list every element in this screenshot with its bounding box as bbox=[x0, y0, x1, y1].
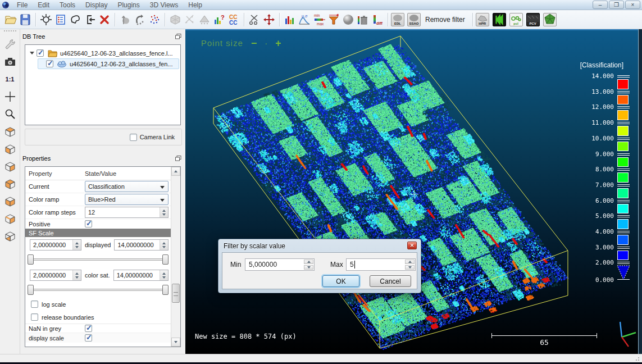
sf-displayed-max-spinbox[interactable]: 14,00000000 bbox=[114, 239, 169, 251]
menu-tools[interactable]: Tools bbox=[54, 1, 80, 10]
pcl-button[interactable]: pcl bbox=[509, 12, 523, 27]
view-top-icon[interactable] bbox=[2, 141, 18, 157]
toolbar-grip[interactable] bbox=[4, 30, 16, 33]
hpr-button[interactable]: HPR bbox=[476, 12, 489, 27]
display-scale-checkbox[interactable] bbox=[85, 334, 92, 342]
sf-displayed-min-spinbox[interactable]: 2,00000000 bbox=[30, 239, 81, 251]
menu-file[interactable]: File bbox=[12, 1, 33, 10]
tree-item-checkbox[interactable] bbox=[37, 49, 44, 57]
zoom-icon[interactable] bbox=[2, 106, 18, 122]
sphere-icon[interactable] bbox=[341, 12, 356, 27]
menu-edit[interactable]: Edit bbox=[33, 1, 54, 10]
tree-item-cloud[interactable]: u4625640_12-06-23_allclasses_fen... bbox=[38, 58, 179, 69]
edl-button[interactable]: EDL bbox=[391, 12, 404, 27]
sf-diff-icon[interactable]: diff bbox=[370, 12, 385, 27]
tree-item-label[interactable]: u4625640_12-06-23_allclasses_fence.l... bbox=[60, 50, 173, 57]
cancel-button[interactable]: Cancel bbox=[370, 275, 411, 287]
scroll-up-button[interactable] bbox=[171, 167, 180, 176]
ssao-button[interactable]: SSAO bbox=[407, 12, 421, 27]
point-size-decrease-button[interactable]: − bbox=[251, 39, 257, 47]
resize-grip[interactable] bbox=[635, 356, 641, 361]
pcv-button[interactable]: PCV bbox=[526, 12, 540, 27]
tree-item-checkbox[interactable] bbox=[46, 60, 53, 67]
sf-saturation-slider[interactable] bbox=[31, 284, 165, 295]
sample-points-icon[interactable] bbox=[183, 12, 197, 27]
translate-rotate-icon[interactable] bbox=[262, 12, 276, 27]
scroll-down-button[interactable] bbox=[171, 338, 180, 347]
menu-help[interactable]: Help bbox=[183, 1, 207, 10]
smooth-icon[interactable] bbox=[197, 12, 212, 27]
cc-interpolate-icon[interactable]: CCCC bbox=[226, 12, 241, 27]
scroll-thumb[interactable] bbox=[172, 284, 180, 303]
subsample-icon[interactable] bbox=[133, 12, 147, 27]
kinect-button[interactable] bbox=[493, 12, 506, 27]
noise-dots-icon[interactable] bbox=[147, 12, 162, 27]
tree-item-label[interactable]: u4625640_12-06-23_allclasses_fen... bbox=[70, 61, 172, 67]
menu-3d-views[interactable]: 3D Views bbox=[145, 1, 183, 10]
filter-funnel-icon[interactable] bbox=[326, 12, 341, 27]
slider-handle-left[interactable] bbox=[28, 254, 34, 265]
gauss-icon[interactable]: μ,σ bbox=[297, 12, 312, 27]
view-bottom-icon[interactable] bbox=[2, 176, 18, 192]
close-button[interactable]: × bbox=[625, 1, 640, 9]
open-icon[interactable] bbox=[3, 12, 18, 27]
histogram-icon[interactable] bbox=[283, 12, 297, 27]
sf-saturation-min-spinbox[interactable]: 2,00000000 bbox=[30, 270, 81, 281]
expander-icon[interactable] bbox=[30, 52, 34, 54]
restore-button[interactable]: ❐ bbox=[609, 1, 624, 9]
clone-icon[interactable] bbox=[68, 12, 83, 27]
save-icon[interactable] bbox=[18, 12, 33, 27]
properties-float-icon[interactable] bbox=[174, 154, 182, 162]
facets-button[interactable] bbox=[543, 12, 557, 27]
properties-list-icon[interactable] bbox=[53, 12, 68, 27]
scale-bar-value: 65 bbox=[491, 338, 597, 347]
folder-icon bbox=[48, 49, 57, 57]
color-ramp-combobox[interactable]: Blue>Red bbox=[85, 194, 169, 205]
db-tree-float-icon[interactable] bbox=[174, 33, 182, 40]
screenshot-icon[interactable] bbox=[2, 54, 18, 70]
apply-icon[interactable] bbox=[83, 12, 97, 27]
nan-in-grey-label: NaN in grey bbox=[25, 325, 85, 332]
menu-display[interactable]: Display bbox=[80, 1, 112, 10]
max-value-spinbox[interactable]: 5 bbox=[346, 258, 416, 271]
viewport-3d[interactable]: Point size − · + [Classification] 14.000… bbox=[185, 29, 638, 354]
camera-link-group: Camera Link bbox=[25, 129, 182, 145]
view-left-icon[interactable] bbox=[2, 193, 18, 209]
view-iso-icon[interactable] bbox=[2, 228, 18, 244]
sf-displayed-slider[interactable] bbox=[31, 254, 165, 265]
mesh-icon[interactable] bbox=[168, 12, 183, 27]
release-boundaries-checkbox[interactable] bbox=[31, 313, 38, 321]
slider-handle-right[interactable] bbox=[162, 254, 169, 265]
nan-in-grey-checkbox[interactable] bbox=[85, 325, 92, 332]
minimize-button[interactable]: – bbox=[593, 1, 608, 9]
menu-plugins[interactable]: Plugins bbox=[112, 1, 144, 10]
delete-icon[interactable] bbox=[97, 12, 112, 27]
normals-icon[interactable] bbox=[118, 12, 133, 27]
positive-checkbox[interactable] bbox=[85, 220, 92, 228]
dialog-close-icon[interactable]: ✕ bbox=[407, 242, 417, 249]
cross-section-icon[interactable] bbox=[247, 12, 262, 27]
ok-button[interactable]: OK bbox=[322, 275, 359, 287]
color-ramp-steps-spinbox[interactable]: 12 bbox=[85, 207, 169, 218]
current-sf-combobox[interactable]: Classification bbox=[85, 181, 169, 192]
camera-link-checkbox[interactable] bbox=[130, 134, 137, 141]
view-right-icon[interactable] bbox=[2, 211, 18, 226]
compute-stats-icon[interactable]: ? bbox=[212, 12, 226, 27]
view-back-icon[interactable] bbox=[2, 158, 18, 174]
min-value-spinbox[interactable]: 5,000000 bbox=[245, 258, 315, 271]
tree-item-group[interactable]: u4625640_12-06-23_allclasses_fence.l... bbox=[25, 48, 180, 58]
delete-sf-icon[interactable] bbox=[356, 12, 370, 27]
view-front-icon[interactable] bbox=[2, 124, 18, 139]
minmax-icon[interactable]: minmax bbox=[312, 12, 326, 27]
slider-handle-left[interactable] bbox=[28, 285, 34, 295]
wrench-icon[interactable] bbox=[2, 37, 18, 52]
zoom-1-1-icon[interactable]: 1:1 bbox=[2, 71, 18, 87]
pick-center-icon[interactable] bbox=[2, 89, 18, 104]
point-size-increase-button[interactable]: + bbox=[275, 39, 281, 47]
slider-handle-right[interactable] bbox=[162, 285, 169, 295]
properties-scrollbar[interactable] bbox=[171, 167, 180, 347]
sf-saturation-max-spinbox[interactable]: 14,00000000 bbox=[113, 270, 169, 281]
remove-filter-button[interactable]: Remove filter bbox=[421, 16, 470, 24]
transform-icon[interactable] bbox=[39, 12, 53, 27]
log-scale-checkbox[interactable] bbox=[31, 301, 38, 308]
